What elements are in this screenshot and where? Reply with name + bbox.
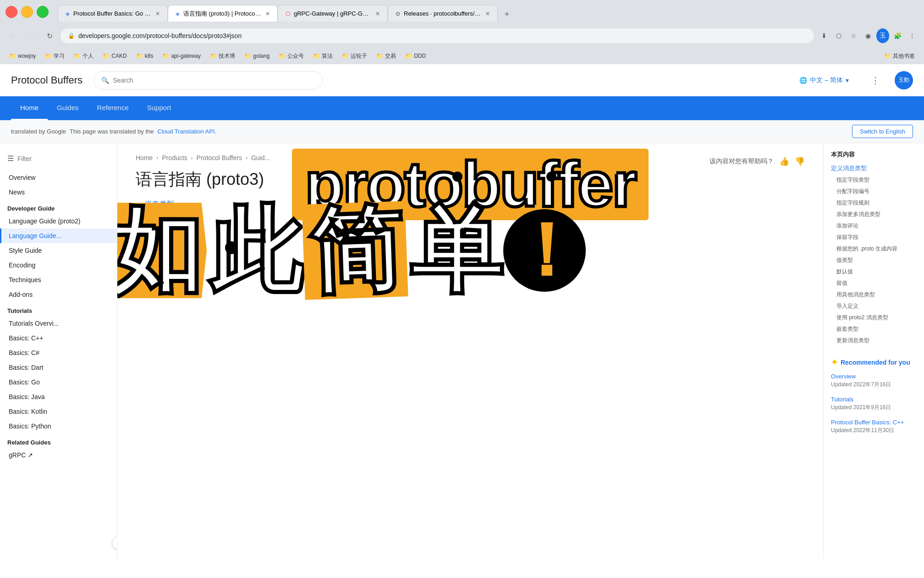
user-avatar[interactable]: 玉動 <box>895 71 913 89</box>
breadcrumb-home[interactable]: Home <box>136 154 153 161</box>
download-icon[interactable]: ⬇ <box>818 29 830 42</box>
filter-input[interactable] <box>17 155 110 162</box>
bookmark-other[interactable]: 📁 其他书签 <box>880 50 918 62</box>
list-link-1[interactable]: 嵌套类型 <box>145 200 174 208</box>
bookmark-personal[interactable]: 📁 个人 <box>70 50 97 62</box>
tab-close-1[interactable]: ✕ <box>155 11 160 17</box>
tab-3[interactable]: ⬡ gRPC-Gateway | gRPC-Gatew... ✕ <box>278 5 388 22</box>
bookmark-wheel[interactable]: 📁 运轮子 <box>338 50 371 62</box>
tab-close-3[interactable]: ✕ <box>375 11 380 17</box>
bookmark-algo[interactable]: 📁 算法 <box>309 50 336 62</box>
sidebar-filter[interactable]: ☰ <box>0 150 117 167</box>
bookmark-folder-icon-14: 📁 <box>884 53 891 59</box>
sidebar-item-overview[interactable]: Overview <box>0 170 117 185</box>
list-link-5[interactable]: 其中之一 <box>145 261 174 268</box>
thumbs-down-button[interactable]: 👎 <box>795 156 805 167</box>
tab-close-4[interactable]: ✕ <box>485 11 490 17</box>
sidebar-item-basics-python[interactable]: Basics: Python <box>0 419 117 434</box>
list-link-2[interactable]: 更新消息类型 <box>145 215 189 223</box>
sidebar-item-basics-kotlin[interactable]: Basics: Kotlin <box>0 404 117 419</box>
thumbs-up-button[interactable]: 👍 <box>779 156 789 167</box>
list-link-6[interactable]: 地图 <box>145 276 160 283</box>
bookmark-trade[interactable]: 📁 交易 <box>373 50 400 62</box>
bookmark-icon[interactable]: ☆ <box>847 29 860 42</box>
sidebar-item-addons[interactable]: Add-ons <box>0 287 117 302</box>
toc-item-value-types[interactable]: 值类型 <box>831 255 917 266</box>
maximize-button[interactable] <box>37 6 49 18</box>
toc-item-generate-content[interactable]: 根据您的 .proto 生成内容 <box>831 243 917 255</box>
language-switcher[interactable]: 🌐 中文 – 简体 ▾ <box>792 72 856 88</box>
site-search-box[interactable]: 🔍 <box>94 71 323 89</box>
bookmark-golang[interactable]: 📁 golang <box>241 51 273 61</box>
breadcrumb-protobuf[interactable]: Protocol Buffers <box>197 154 242 161</box>
tab-2[interactable]: ◈ 语言指南 (proto3) | Protocol B... ✕ <box>168 5 278 22</box>
more-button[interactable]: ⋮ <box>906 29 918 42</box>
nav-tab-home[interactable]: Home <box>11 96 48 120</box>
sidebar-item-encoding[interactable]: Encoding <box>0 258 117 272</box>
toc-item-nested[interactable]: 嵌套类型 <box>831 323 917 335</box>
toc-item-field-types[interactable]: 指定字段类型 <box>831 174 917 186</box>
minimize-button[interactable] <box>21 6 33 18</box>
bookmark-learning[interactable]: 📁 学习 <box>41 50 68 62</box>
sidebar-item-basics-java[interactable]: Basics: Java <box>0 389 117 404</box>
sidebar-item-lang-proto2[interactable]: Language Guide (proto2) <box>0 214 117 228</box>
sidebar-item-style[interactable]: Style Guide <box>0 243 117 258</box>
tab-close-2[interactable]: ✕ <box>265 11 270 17</box>
tab-4[interactable]: ⊙ Releases · protocolbuffers/pro... ✕ <box>388 5 498 22</box>
toc-item-add-more-types[interactable]: 添加更多消息类型 <box>831 209 917 220</box>
toc-item-enum-val[interactable]: 留值 <box>831 278 917 289</box>
tab-1[interactable]: ◈ Protocol Buffer Basics: Go | P... ✕ <box>58 5 168 22</box>
more-options-button[interactable]: ⋮ <box>867 72 884 89</box>
sidebar-item-basics-dart[interactable]: Basics: Dart <box>0 360 117 375</box>
sidebar-item-news[interactable]: News <box>0 185 117 200</box>
toc-item-update-msg[interactable]: 更新消息类型 <box>831 335 917 346</box>
bookmark-wechat[interactable]: 📁 公众号 <box>275 50 308 62</box>
list-link-4[interactable]: 不限 <box>145 245 160 253</box>
sidebar-item-tut-overview[interactable]: Tutorials Overvi... <box>0 316 117 331</box>
address-bar[interactable]: 🔒 developers.google.com/protocol-buffers… <box>60 28 814 43</box>
sidebar-collapse-button[interactable]: ‹ <box>112 537 117 550</box>
breadcrumb-products[interactable]: Products <box>162 154 187 161</box>
bookmark-cakd[interactable]: 📁 CAKD <box>99 51 130 61</box>
toc-item-import-def[interactable]: 导入定义 <box>831 300 917 312</box>
theme-icon[interactable]: ◉ <box>862 29 874 42</box>
sidebar-item-techniques[interactable]: Techniques <box>0 272 117 287</box>
cloud-translation-link[interactable]: Cloud Translation API. <box>158 128 217 135</box>
toc-item-assign-num[interactable]: 分配字段编号 <box>831 186 917 197</box>
sidebar-item-basics-cpp[interactable]: Basics: C++ <box>0 331 117 345</box>
bookmark-techblog[interactable]: 📁 技术博 <box>206 50 239 62</box>
rec-item-3-title[interactable]: Protocol Buffer Basics: C++ <box>831 419 917 426</box>
sidebar-item-grpc[interactable]: gRPC ↗ <box>0 448 117 462</box>
rec-item-2-title[interactable]: Tutorials <box>831 396 917 403</box>
back-button[interactable]: ← <box>6 28 20 43</box>
switch-to-english-button[interactable]: Switch to English <box>852 125 913 138</box>
reload-button[interactable]: ↻ <box>42 28 57 43</box>
toc-item-proto2-msg[interactable]: 使用 proto2 消息类型 <box>831 312 917 323</box>
forward-button[interactable]: → <box>24 28 38 43</box>
sidebar-item-basics-go[interactable]: Basics: Go <box>0 375 117 389</box>
toc-item-add-comments[interactable]: 添加评论 <box>831 220 917 232</box>
nav-tab-reference[interactable]: Reference <box>88 96 138 120</box>
toc-item-specify-rules[interactable]: 指定字段规则 <box>831 197 917 209</box>
profile-icon[interactable]: 玉 <box>876 29 889 42</box>
sidebar-item-basics-csharp[interactable]: Basics: C# <box>0 345 117 360</box>
extension-icon-1[interactable]: ⬡ <box>832 29 845 42</box>
toc-item-reserved-fields[interactable]: 保留字段 <box>831 232 917 243</box>
new-tab-button[interactable]: + <box>500 7 514 22</box>
search-input[interactable] <box>113 77 315 84</box>
toc-item-define-msg[interactable]: 定义消息类型 <box>831 162 917 174</box>
list-link-3[interactable]: 未知字段 <box>145 230 174 238</box>
toc-item-default-val[interactable]: 默认值 <box>831 266 917 278</box>
sidebar-item-lang-guide[interactable]: Language Guide... <box>0 228 117 243</box>
bookmark-wowjoy[interactable]: 📁 wowjoy <box>6 51 39 61</box>
bookmark-ddd[interactable]: 📁 DDD <box>402 51 429 61</box>
rec-item-1-title[interactable]: Overview <box>831 373 917 380</box>
nav-tab-support[interactable]: Support <box>138 96 181 120</box>
close-button[interactable] <box>6 6 17 18</box>
toc-item-other-msg[interactable]: 用其他消息类型 <box>831 289 917 300</box>
bookmark-api-gateway[interactable]: 📁 api-gateway <box>159 51 204 61</box>
bookmark-k8s[interactable]: 📁 k8s <box>132 51 157 61</box>
bookmark-folder-icon-11: 📁 <box>342 53 349 59</box>
nav-tab-guides[interactable]: Guides <box>48 96 88 120</box>
extension-icon-2[interactable]: 🧩 <box>891 29 904 42</box>
